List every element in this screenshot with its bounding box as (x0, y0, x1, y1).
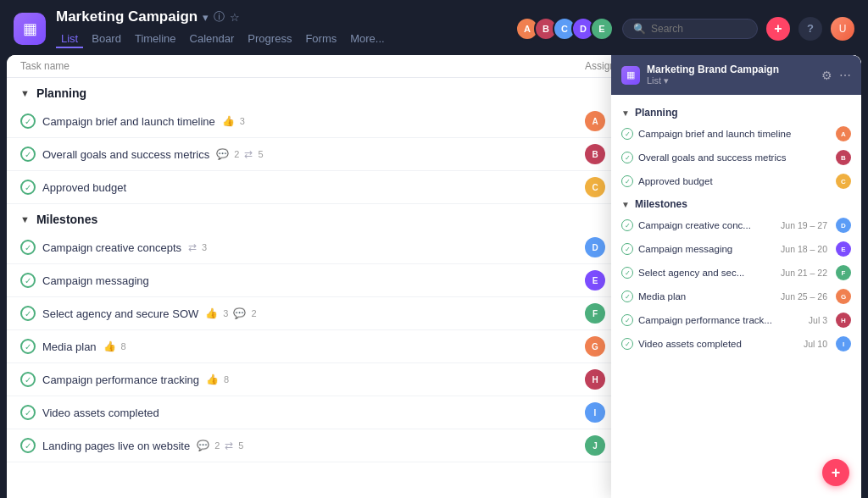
mini-avatar: A (836, 126, 851, 141)
mini-panel-title: Marketing Brand Campaign (647, 64, 779, 75)
mini-fab-button[interactable]: + (822, 459, 849, 486)
task-check[interactable]: ✓ (20, 147, 36, 162)
task-meta: ⇄ 3 (188, 241, 207, 253)
app-icon: ▦ (14, 13, 46, 45)
mini-task-row[interactable]: ✓ Overall goals and success metrics B (611, 146, 861, 169)
search-input[interactable] (651, 23, 747, 35)
col-task-name: Task name (20, 60, 585, 72)
search-box[interactable]: 🔍 (622, 19, 758, 39)
mini-task-name: Media plan (638, 291, 776, 302)
section-collapse-arrow[interactable]: ▼ (20, 88, 30, 98)
avatar: E (590, 17, 614, 41)
info-icon[interactable]: ⓘ (214, 9, 225, 25)
like-icon: 👍 (206, 374, 219, 385)
task-name: Video assets completed (42, 407, 585, 419)
project-title-area: Marketing Campaign ▾ ⓘ ☆ List Board Time… (56, 8, 390, 48)
settings-icon[interactable]: ⚙ (821, 69, 832, 82)
mini-task-name: Approved budget (638, 176, 831, 186)
task-name: Select agency and secure SOW 👍 3 💬 2 (42, 307, 585, 320)
branch-icon: ⇄ (188, 241, 197, 253)
task-meta: 👍 8 (206, 374, 229, 385)
tab-forms[interactable]: Forms (300, 30, 342, 48)
user-avatar[interactable]: U (831, 17, 854, 41)
like-icon: 👍 (103, 340, 116, 352)
tab-list[interactable]: List (56, 30, 83, 48)
collaborators-avatars: A B C D E (515, 17, 614, 41)
mini-task-row[interactable]: ✓ Video assets completed Jul 10 I (611, 332, 861, 356)
star-icon[interactable]: ☆ (230, 11, 240, 24)
task-check[interactable]: ✓ (20, 438, 36, 453)
task-name: Landing pages live on website 💬 2 ⇄ 5 (42, 440, 585, 452)
mini-check: ✓ (621, 267, 633, 279)
tab-calendar[interactable]: Calendar (185, 30, 240, 48)
task-meta: 💬 2 ⇄ 5 (216, 148, 263, 160)
mini-avatar: F (836, 265, 851, 280)
tab-board[interactable]: Board (86, 30, 126, 48)
like-icon: 👍 (205, 307, 218, 319)
mini-task-row[interactable]: ✓ Campaign messaging Jun 18 – 20 E (611, 237, 861, 261)
mini-task-row[interactable]: ✓ Media plan Jun 25 – 26 G (611, 285, 861, 308)
mini-avatar: G (836, 289, 851, 304)
mini-section-planning: ▼ Planning (611, 102, 861, 122)
assignee-avatar: B (585, 144, 605, 164)
task-check[interactable]: ✓ (20, 240, 36, 255)
tab-more[interactable]: More... (345, 30, 389, 48)
assignee-avatar: F (585, 303, 605, 324)
assignee-avatar: J (585, 435, 605, 456)
task-name: Approved budget (42, 181, 585, 194)
mini-panel-app-icon: ▦ (621, 66, 640, 85)
assignee-avatar: H (585, 369, 605, 390)
mini-task-row[interactable]: ✓ Campaign brief and launch timeline A (611, 122, 861, 146)
section-collapse-arrow[interactable]: ▼ (20, 214, 30, 224)
mini-task-row[interactable]: ✓ Campaign creative conc... Jun 19 – 27 … (611, 213, 861, 237)
mini-avatar: D (836, 218, 851, 233)
task-check[interactable]: ✓ (20, 113, 36, 129)
mini-task-name: Overall goals and success metrics (638, 152, 831, 163)
help-button[interactable]: ? (798, 17, 822, 41)
task-check[interactable]: ✓ (20, 339, 36, 354)
task-meta: 👍 3 (222, 115, 245, 127)
task-check[interactable]: ✓ (20, 180, 36, 195)
task-check[interactable]: ✓ (20, 405, 36, 420)
mini-avatar: B (836, 150, 851, 165)
tab-timeline[interactable]: Timeline (130, 30, 181, 48)
mini-check: ✓ (621, 338, 633, 350)
mini-section-arrow[interactable]: ▼ (621, 200, 630, 209)
app-header: ▦ Marketing Campaign ▾ ⓘ ☆ List Board Ti… (0, 0, 868, 48)
mini-check: ✓ (621, 290, 633, 302)
project-title: Marketing Campaign (56, 8, 198, 25)
mini-task-row[interactable]: ✓ Campaign performance track... Jul 3 H (611, 308, 861, 332)
mini-section-title: Planning (635, 107, 678, 119)
more-options-icon[interactable]: ⋯ (839, 69, 851, 82)
mini-task-date: Jul 10 (804, 339, 827, 349)
mini-task-name: Video assets completed (638, 339, 798, 349)
mini-task-date: Jul 3 (809, 315, 827, 325)
task-meta: 👍 8 (103, 340, 126, 352)
mini-panel: ▦ Marketing Brand Campaign List ▾ ⚙ ⋯ ▼ … (611, 55, 861, 498)
mini-task-row[interactable]: ✓ Approved budget C (611, 169, 861, 193)
mini-check: ✓ (621, 128, 633, 140)
branch-icon: ⇄ (244, 148, 253, 160)
mini-check: ✓ (621, 243, 633, 255)
task-check[interactable]: ✓ (20, 306, 36, 321)
add-button[interactable]: + (766, 17, 790, 41)
mini-panel-actions: ⚙ ⋯ (821, 69, 851, 82)
mini-task-name: Campaign messaging (638, 244, 776, 254)
task-meta: 💬 2 ⇄ 5 (197, 440, 243, 451)
nav-tabs: List Board Timeline Calendar Progress Fo… (56, 30, 390, 48)
task-name: Overall goals and success metrics 💬 2 ⇄ … (42, 148, 585, 161)
mini-section-title: Milestones (635, 198, 687, 210)
task-check[interactable]: ✓ (20, 273, 36, 288)
mini-avatar: C (836, 174, 851, 189)
mini-check: ✓ (621, 152, 633, 163)
mini-section-arrow[interactable]: ▼ (621, 108, 630, 118)
comment-icon: 💬 (197, 440, 209, 451)
mini-avatar: I (836, 336, 851, 351)
mini-panel-subtitle: List ▾ (647, 75, 779, 86)
task-check[interactable]: ✓ (20, 372, 36, 387)
tab-progress[interactable]: Progress (242, 30, 297, 48)
mini-task-row[interactable]: ✓ Select agency and sec... Jun 21 – 22 F (611, 261, 861, 285)
chevron-down-icon[interactable]: ▾ (203, 11, 209, 24)
mini-task-name: Select agency and sec... (638, 268, 776, 278)
mini-task-name: Campaign performance track... (638, 315, 804, 325)
